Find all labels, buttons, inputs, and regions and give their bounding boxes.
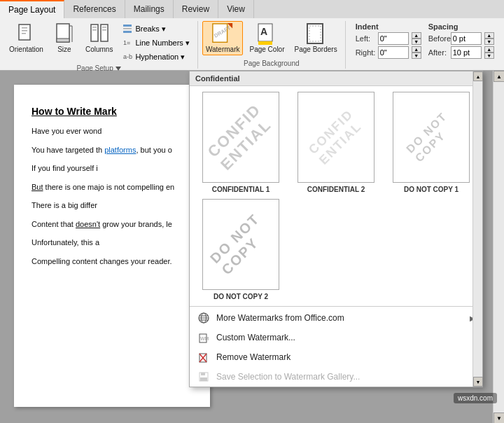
remove-watermark-menu-item[interactable]: Remove Watermark (190, 347, 482, 367)
doc-para-4: But there is one majo is not compelling … (31, 181, 192, 193)
watermark-thumb-confidential1: CONFIDENTIAL (202, 92, 279, 183)
watermark-thumb-confidential2: CONFIDENTIAL (298, 92, 374, 183)
hyphenation-button[interactable]: a-b Hyphenation ▾ (119, 50, 193, 63)
more-watermarks-menu-item[interactable]: More Watermarks from Office.com ▶ (190, 308, 482, 328)
watermark-label-confidential1: CONFIDENTIAL 1 (212, 186, 270, 193)
svg-rect-11 (92, 29, 97, 31)
page-borders-button[interactable]: Page Borders (291, 21, 341, 55)
columns-icon (88, 23, 111, 46)
watermark-button[interactable]: DRAFT Watermark (202, 21, 244, 55)
svg-rect-15 (123, 28, 132, 29)
indent-spacing-fields: Indent Left: ▲ ▼ Right: (350, 21, 500, 60)
panel-scroll-down[interactable]: ▼ (473, 377, 483, 387)
watermark-label: Watermark (206, 46, 240, 53)
doc-para-1: Have you ever wond (31, 125, 192, 137)
spacing-before-down[interactable]: ▼ (484, 39, 494, 45)
remove-watermark-icon (197, 350, 211, 364)
custom-watermark-label: Custom Watermark... (216, 333, 295, 342)
spacing-before-up[interactable]: ▲ (484, 32, 494, 39)
ribbon-group-page-setup: Orientation Size (1, 21, 198, 69)
watermark-item-confidential1[interactable]: CONFIDENTIAL CONFIDENTIAL 1 (195, 92, 286, 193)
indent-left-up[interactable]: ▲ (412, 32, 421, 39)
orientation-label: Orientation (9, 46, 43, 53)
doc-link-platforms[interactable]: platforms (104, 146, 136, 154)
svg-text:WM: WM (200, 336, 209, 341)
svg-rect-5 (57, 39, 69, 42)
scrollbar-down-btn[interactable]: ▼ (493, 412, 504, 423)
indent-right-up[interactable]: ▲ (412, 46, 421, 53)
indent-right-input[interactable] (378, 46, 409, 59)
orientation-button[interactable]: Orientation (6, 21, 47, 55)
indent-spacing-content: Indent Left: ▲ ▼ Right: (350, 21, 500, 60)
spacing-after-down[interactable]: ▼ (484, 53, 494, 59)
columns-button[interactable]: Columns (82, 21, 116, 55)
page-background-buttons: DRAFT Watermark A Page Color (202, 21, 341, 58)
spacing-label: Spacing (428, 22, 494, 31)
svg-text:a-b: a-b (123, 53, 132, 60)
custom-watermark-menu-item[interactable]: WM Custom Watermark... (190, 328, 482, 347)
tab-review[interactable]: Review (174, 0, 218, 18)
tab-references[interactable]: References (64, 0, 125, 18)
indent-left-input[interactable] (378, 32, 409, 45)
watermark-item-do-not-copy2[interactable]: DO NOTCOPY DO NOT COPY 2 (195, 199, 286, 300)
panel-scrollbar: ▲ ▼ (472, 71, 482, 387)
watermark-thumb-do-not-copy2: DO NOTCOPY (202, 199, 279, 290)
svg-rect-16 (123, 31, 132, 33)
size-button[interactable]: Size (50, 21, 79, 55)
main-area: How to Write Mark Have you ever wond You… (0, 71, 504, 423)
doc-title: How to Write Mark (31, 106, 192, 117)
watermark-label-confidential2: CONFIDENTIAL 2 (307, 186, 365, 193)
line-numbers-button[interactable]: 1= Line Numbers ▾ (119, 36, 193, 49)
tab-view[interactable]: View (218, 0, 254, 18)
panel-scroll-up[interactable]: ▲ (473, 71, 483, 81)
more-watermarks-label: More Watermarks from Office.com (216, 313, 344, 323)
orientation-icon (15, 23, 37, 46)
page-background-group-label: Page Background (244, 58, 300, 69)
tab-page-layout[interactable]: Page Layout (0, 0, 64, 18)
indent-right-down[interactable]: ▼ (412, 53, 421, 59)
spacing-after-up[interactable]: ▲ (484, 46, 494, 53)
doc-para-2: You have targeted th platforms, but you … (31, 144, 192, 156)
spacing-group: Spacing Before: ▲ ▼ After: (428, 22, 494, 59)
watermark-grid-row2: DO NOTCOPY DO NOT COPY 2 (190, 199, 482, 305)
scrollbar-up-btn[interactable]: ▲ (493, 71, 504, 82)
spacing-before-input[interactable] (451, 32, 482, 45)
indent-left-row: Left: ▲ ▼ (356, 32, 421, 45)
watermark-dropdown-panel: Confidential CONFIDENTIAL CONFIDENTIAL 1… (189, 71, 483, 387)
svg-rect-1 (22, 27, 27, 29)
page-setup-small-buttons: Breaks ▾ 1= Line Numbers ▾ a-b Hyphenati… (119, 22, 193, 63)
svg-text:1=: 1= (123, 39, 130, 46)
svg-text:A: A (260, 26, 267, 37)
doc-para-7: Unfortunately, this a (31, 237, 192, 249)
scrollbar-track (493, 82, 504, 412)
watermark-icon: DRAFT (211, 23, 234, 46)
ribbon-group-indent-spacing: Indent Left: ▲ ▼ Right: (346, 21, 504, 69)
page-color-button[interactable]: A Page Color (246, 21, 288, 55)
svg-rect-40 (200, 377, 207, 381)
size-icon (53, 23, 76, 46)
spacing-after-label: After: (428, 48, 448, 57)
svg-rect-3 (22, 33, 26, 34)
doc-para-8: Compelling content changes your reader. (31, 256, 192, 268)
watermark-text-do-not-copy1: DO NOTCOPY (404, 110, 458, 165)
svg-rect-10 (92, 27, 97, 28)
watermark-text-confidential1: CONFIDENTIAL (204, 101, 278, 174)
indent-spacing-group-label (424, 60, 426, 71)
watermark-panel-divider (190, 306, 482, 307)
ribbon-tab-bar: Page Layout References Mailings Review V… (0, 0, 504, 18)
breaks-button[interactable]: Breaks ▾ (119, 22, 193, 35)
svg-rect-39 (201, 373, 205, 375)
watermark-text-do-not-copy2: DO NOTCOPY (207, 211, 274, 278)
line-numbers-label: Line Numbers ▾ (135, 39, 190, 48)
spacing-after-row: After: ▲ ▼ (428, 46, 494, 59)
tab-mailings[interactable]: Mailings (125, 0, 174, 18)
watermark-thumb-do-not-copy1: DO NOTCOPY (393, 92, 470, 183)
svg-rect-2 (22, 30, 27, 32)
watermark-item-do-not-copy1[interactable]: DO NOTCOPY DO NOT COPY 1 (386, 92, 477, 193)
indent-left-down[interactable]: ▼ (412, 39, 421, 45)
globe-icon (197, 311, 211, 325)
svg-rect-13 (102, 29, 106, 31)
spacing-after-input[interactable] (451, 46, 482, 59)
spacing-before-spinner: ▲ ▼ (484, 32, 494, 45)
watermark-item-confidential2[interactable]: CONFIDENTIAL CONFIDENTIAL 2 (290, 92, 382, 193)
